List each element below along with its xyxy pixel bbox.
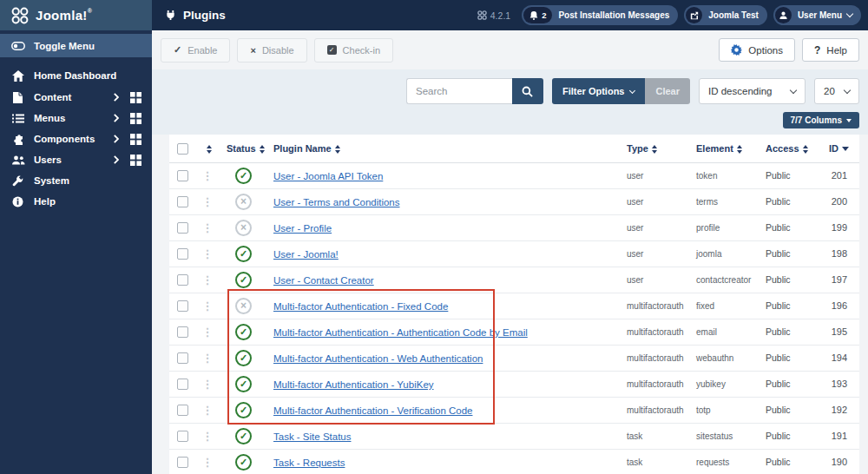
dashboard-grid-icon[interactable]	[130, 155, 141, 166]
row-checkbox[interactable]	[177, 248, 188, 260]
drag-handle-icon[interactable]: ⋮	[202, 169, 214, 182]
dashboard-grid-icon[interactable]	[130, 113, 141, 124]
status-sort-header[interactable]: Status	[220, 135, 267, 162]
status-enabled-icon[interactable]: ✓	[235, 168, 252, 184]
drag-handle-icon[interactable]: ⋮	[202, 352, 214, 365]
list-icon	[10, 114, 25, 123]
row-checkbox[interactable]	[177, 196, 188, 207]
sidebar-item-system[interactable]: System	[0, 170, 152, 191]
clear-button[interactable]: Clear	[645, 78, 690, 104]
info-icon	[10, 196, 25, 207]
help-button[interactable]: ? Help	[802, 38, 859, 62]
plugin-access: Public	[760, 449, 820, 474]
row-checkbox[interactable]	[177, 274, 188, 286]
filter-options-button[interactable]: Filter Options	[552, 78, 646, 104]
type-sort-header[interactable]: Type	[621, 135, 690, 162]
drag-handle-icon[interactable]: ⋮	[202, 378, 214, 391]
row-checkbox[interactable]	[177, 300, 188, 312]
row-checkbox[interactable]	[177, 326, 188, 338]
table-row: ⋮✓User - Joomla!userjoomlaPublic198	[169, 240, 859, 267]
drag-handle-icon[interactable]: ⋮	[202, 456, 214, 469]
sort-descending-icon	[842, 147, 849, 151]
sidebar-item-help[interactable]: Help	[0, 191, 152, 212]
drag-handle-icon[interactable]: ⋮	[202, 195, 214, 208]
table-row: ⋮✓Multi-factor Authentication - Web Auth…	[169, 345, 859, 371]
options-button[interactable]: Options	[719, 38, 795, 62]
sidebar-item-content[interactable]: Content	[0, 87, 152, 108]
name-sort-header[interactable]: Plugin Name	[267, 135, 621, 162]
drag-handle-icon[interactable]: ⋮	[202, 221, 214, 234]
disable-button[interactable]: × Disable	[237, 38, 306, 63]
plugin-name-link[interactable]: Multi-factor Authentication - Fixed Code	[273, 301, 448, 312]
plugin-name-link[interactable]: User - Joomla!	[273, 249, 339, 260]
sidebar-item-menus[interactable]: Menus	[0, 108, 152, 128]
plugin-type: task	[621, 449, 690, 474]
status-enabled-icon[interactable]: ✓	[235, 428, 252, 444]
row-checkbox[interactable]	[177, 405, 188, 416]
drag-handle-icon[interactable]: ⋮	[202, 430, 214, 443]
plugin-name-link[interactable]: User - Terms and Conditions	[273, 197, 400, 207]
plugin-access: Public	[760, 371, 820, 397]
plugin-name-link[interactable]: Multi-factor Authentication - Web Authen…	[273, 353, 483, 364]
sidebar-item-users[interactable]: Users	[0, 149, 152, 170]
row-checkbox[interactable]	[177, 457, 188, 468]
status-enabled-icon[interactable]: ✓	[235, 246, 252, 262]
status-disabled-icon[interactable]: ×	[235, 194, 252, 210]
plugin-name-link[interactable]: Multi-factor Authentication - Verificati…	[273, 405, 472, 416]
status-enabled-icon[interactable]: ✓	[235, 350, 252, 366]
ordering-sort-header[interactable]	[195, 135, 220, 162]
plugin-name-link[interactable]: User - Profile	[273, 223, 332, 234]
status-enabled-icon[interactable]: ✓	[235, 324, 252, 340]
status-enabled-icon[interactable]: ✓	[235, 376, 252, 392]
status-enabled-icon[interactable]: ✓	[235, 454, 252, 471]
row-checkbox[interactable]	[177, 170, 188, 181]
drag-handle-icon[interactable]: ⋮	[202, 247, 214, 260]
plugin-type: task	[621, 423, 690, 449]
select-all-checkbox[interactable]	[177, 143, 188, 155]
plugin-name-link[interactable]: User - Joomla API Token	[273, 171, 383, 181]
drag-handle-icon[interactable]: ⋮	[202, 404, 214, 417]
plugin-name-link[interactable]: Multi-factor Authentication - Authentica…	[273, 327, 528, 338]
element-sort-header[interactable]: Element	[690, 135, 760, 162]
status-disabled-icon[interactable]: ×	[235, 298, 252, 314]
plugin-id: 193	[820, 371, 859, 397]
drag-handle-icon[interactable]: ⋮	[202, 300, 214, 313]
plugin-access: Public	[760, 267, 820, 293]
plugin-name-link[interactable]: User - Contact Creator	[273, 275, 374, 286]
search-input[interactable]	[406, 78, 512, 104]
access-sort-header[interactable]: Access	[760, 135, 820, 162]
dashboard-grid-icon[interactable]	[130, 134, 141, 145]
plugin-access: Public	[760, 214, 820, 240]
plugin-type: multifactorauth	[621, 397, 690, 423]
status-enabled-icon[interactable]: ✓	[235, 272, 252, 288]
dashboard-grid-icon[interactable]	[130, 92, 141, 103]
id-sort-header[interactable]: ID	[820, 135, 859, 162]
x-icon: ×	[250, 45, 255, 56]
user-menu-button[interactable]: User Menu	[773, 5, 861, 25]
drag-handle-icon[interactable]: ⋮	[202, 273, 214, 286]
row-checkbox[interactable]	[177, 352, 188, 364]
search-button[interactable]	[512, 78, 543, 104]
row-checkbox[interactable]	[177, 379, 188, 390]
sidebar-item-toggle-menu[interactable]: Toggle Menu	[0, 34, 152, 57]
row-checkbox[interactable]	[177, 431, 188, 442]
post-installation-messages-button[interactable]: 2 Post Installation Messages	[522, 5, 678, 25]
enable-button[interactable]: ✓ Enable	[161, 38, 230, 63]
plugin-name-link[interactable]: Task - Requests	[273, 458, 345, 468]
home-icon	[10, 70, 25, 82]
caret-down-icon	[846, 119, 852, 122]
sidebar-item-components[interactable]: Components	[0, 128, 152, 149]
checkin-button[interactable]: ✓ Check-in	[314, 38, 393, 63]
site-preview-button[interactable]: Joomla Test	[684, 5, 767, 25]
status-enabled-icon[interactable]: ✓	[235, 402, 252, 418]
status-disabled-icon[interactable]: ×	[235, 220, 252, 236]
plugin-name-link[interactable]: Task - Site Status	[273, 431, 351, 442]
sidebar-item-home-dashboard[interactable]: Home Dashboard	[0, 65, 152, 86]
drag-handle-icon[interactable]: ⋮	[202, 326, 214, 339]
row-checkbox[interactable]	[177, 222, 188, 234]
table-row: ⋮×User - Terms and ConditionsusertermsPu…	[169, 188, 859, 214]
list-limit-select[interactable]: 20	[814, 78, 859, 104]
sort-select[interactable]: ID descending	[699, 78, 806, 104]
columns-toggle-button[interactable]: 7/7 Columns	[783, 112, 859, 128]
plugin-name-link[interactable]: Multi-factor Authentication - YubiKey	[273, 379, 434, 390]
